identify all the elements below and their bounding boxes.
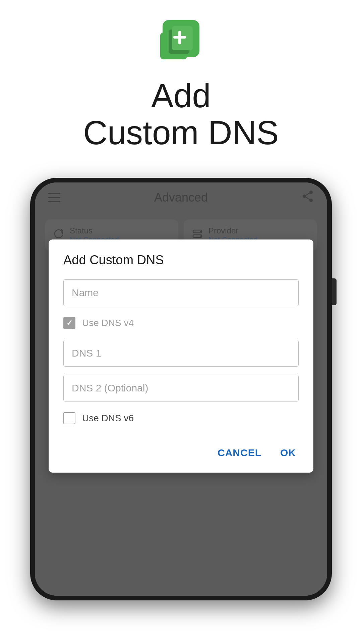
- title-area: Add Custom DNS: [83, 77, 279, 151]
- dialog-backdrop: Add Custom DNS Use DNS v4: [35, 182, 327, 596]
- phone-outer: Advanced: [30, 178, 332, 600]
- add-content-icon: [166, 23, 196, 54]
- dialog-actions: CANCEL OK: [63, 435, 299, 473]
- dialog-title: Add Custom DNS: [63, 253, 299, 267]
- phone-mockup: Advanced: [30, 178, 332, 600]
- svg-rect-3: [173, 36, 186, 39]
- dns-v6-label: Use DNS v6: [82, 413, 134, 424]
- dns-v4-checkbox[interactable]: [63, 317, 75, 329]
- phone-screen: Advanced: [35, 182, 327, 596]
- name-input[interactable]: [63, 279, 299, 306]
- page-title: Add Custom DNS: [83, 77, 279, 151]
- app-icon: [163, 20, 199, 57]
- add-custom-dns-dialog: Add Custom DNS Use DNS v4: [49, 239, 313, 473]
- dns1-input[interactable]: [63, 340, 299, 367]
- dns2-input[interactable]: [63, 375, 299, 401]
- top-icon-area: [163, 20, 199, 57]
- cancel-button[interactable]: CANCEL: [215, 443, 264, 463]
- dns-v4-checkbox-row[interactable]: Use DNS v4: [63, 314, 299, 332]
- dns-v6-checkbox-row[interactable]: Use DNS v6: [63, 410, 299, 427]
- ok-button[interactable]: OK: [278, 443, 299, 463]
- dns-v4-label: Use DNS v4: [82, 318, 134, 328]
- dns-v6-checkbox[interactable]: [63, 412, 75, 424]
